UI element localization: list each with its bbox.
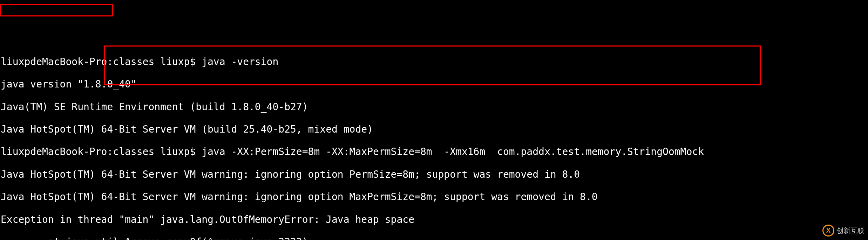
terminal-line: java version "1.8.0_40" xyxy=(1,79,867,90)
terminal-line: liuxpdeMacBook-Pro:classes liuxp$ java -… xyxy=(1,146,867,157)
watermark: X 创新互联 xyxy=(822,225,864,237)
terminal-line: Java(TM) SE Runtime Environment (build 1… xyxy=(1,101,867,113)
terminal-output: liuxpdeMacBook-Pro:classes liuxp$ java -… xyxy=(0,45,868,240)
watermark-logo-icon: X xyxy=(822,225,834,237)
terminal-line: Exception in thread "main" java.lang.Out… xyxy=(1,214,867,225)
watermark-text: 创新互联 xyxy=(836,227,864,235)
terminal-line: Java HotSpot(TM) 64-Bit Server VM warnin… xyxy=(1,169,867,180)
terminal-line: Java HotSpot(TM) 64-Bit Server VM warnin… xyxy=(1,191,867,203)
terminal-line: at java.util.Arrays.copyOf(Arrays.java:3… xyxy=(1,237,867,240)
highlight-box-version xyxy=(0,4,113,16)
terminal-line: Java HotSpot(TM) 64-Bit Server VM (build… xyxy=(1,124,867,135)
terminal-line: liuxpdeMacBook-Pro:classes liuxp$ java -… xyxy=(1,56,867,68)
